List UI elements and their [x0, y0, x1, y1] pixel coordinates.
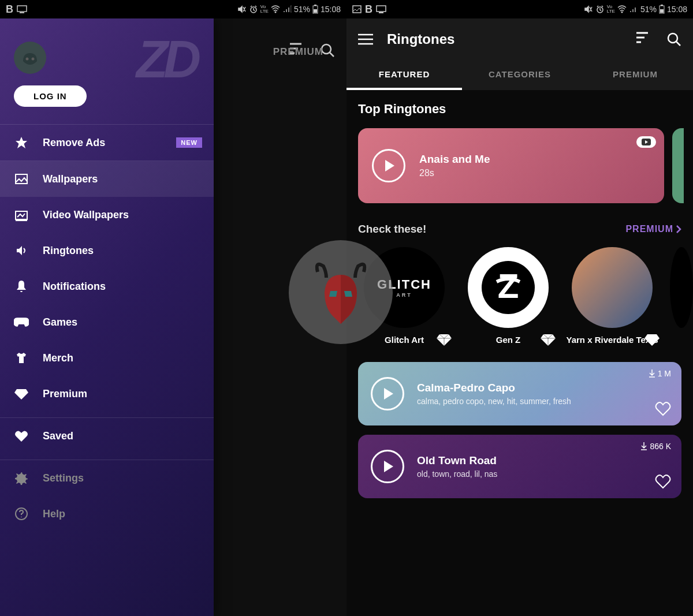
hamburger-icon[interactable] [358, 33, 373, 45]
content-scroll[interactable]: Top Ringtones Anais and Me 28s Check the… [346, 90, 693, 498]
battery-percent: 51% [294, 5, 310, 14]
battery-percent: 51% [640, 5, 657, 14]
drawer-item-saved[interactable]: Saved [0, 418, 214, 454]
play-button[interactable] [371, 377, 404, 410]
download-icon [649, 369, 655, 378]
clock: 15:08 [321, 5, 341, 14]
favorite-button[interactable] [655, 474, 671, 489]
ringtone-card[interactable]: Old Town Road old, town, road, lil, nas … [358, 435, 681, 498]
download-icon [640, 442, 647, 450]
section-top-ringtones: Top Ringtones [358, 102, 693, 117]
drawer-item-premium[interactable]: Premium [0, 376, 214, 412]
svg-rect-23 [660, 9, 664, 13]
chevron-right-icon [676, 225, 681, 234]
heart-icon [14, 428, 29, 443]
svg-point-3 [274, 12, 276, 13]
drawer-item-label: Help [43, 508, 65, 520]
avatar[interactable] [14, 42, 46, 74]
drawer-item-merch[interactable]: Merch [0, 340, 214, 376]
premium-collection[interactable] [670, 247, 693, 345]
drawer-item-label: Ringtones [43, 245, 94, 257]
favorite-button[interactable] [655, 401, 671, 416]
play-button[interactable] [372, 149, 405, 182]
drawer-item-label: Games [43, 316, 77, 328]
tabs: FEATURED CATEGORIES PREMIUM [346, 60, 693, 90]
svg-rect-18 [379, 12, 383, 13]
app-bar: Ringtones [346, 18, 693, 60]
volte-icon: Vo LTE [260, 5, 269, 14]
hero-card[interactable]: Anais and Me 28s [358, 128, 664, 203]
drawer-item-video-wallpapers[interactable]: Video Wallpapers [0, 197, 214, 233]
drawer-item-label: Remove Ads [43, 137, 105, 149]
drawer-item-help[interactable]: Help [0, 496, 214, 521]
gamepad-icon [14, 315, 29, 330]
premium-collection[interactable]: Yarn x Riverdale Texts [566, 247, 658, 345]
status-bar: B Vo LTE 51% 15:08 [346, 0, 693, 18]
ringtone-duration: 28s [419, 168, 490, 178]
download-count: 1 M [649, 369, 671, 378]
svg-text:Z: Z [498, 267, 519, 305]
diamond-icon [14, 386, 29, 401]
hero-card-peek[interactable] [672, 128, 684, 203]
svg-point-9 [32, 58, 35, 61]
drawer-item-notifications[interactable]: Notifications [0, 268, 214, 304]
watermark-logo [289, 240, 393, 344]
download-count: 866 K [640, 442, 671, 451]
display-icon [376, 5, 386, 13]
drawer-item-wallpapers[interactable]: Wallpapers [0, 161, 214, 197]
svg-rect-1 [20, 12, 24, 13]
premium-link[interactable]: PREMIUM [625, 224, 681, 234]
display-icon [17, 5, 27, 13]
premium-diamond-icon [644, 333, 660, 346]
drawer-item-remove-ads[interactable]: Remove Ads NEW [0, 125, 214, 160]
tab-premium-bg: PREMIUM [273, 46, 323, 58]
collection-thumb-peek [670, 247, 693, 328]
clock: 15:08 [667, 5, 687, 14]
bold-indicator-icon: B [6, 3, 13, 16]
tab-premium[interactable]: PREMIUM [578, 60, 693, 90]
search-icon[interactable] [666, 32, 681, 47]
svg-point-8 [26, 58, 29, 61]
screen-ringtones: B Vo LTE 51% 15:08 Ringtones FEATURED CA… [346, 0, 693, 616]
gear-icon [14, 471, 29, 486]
youtube-badge [636, 136, 656, 148]
svg-rect-22 [661, 5, 663, 6]
signal-icon [629, 5, 638, 13]
svg-point-13 [24, 320, 25, 322]
drawer-item-settings[interactable]: Settings [0, 460, 214, 496]
volte-icon: Vo LTE [607, 5, 615, 14]
mute-icon [237, 5, 247, 14]
play-button[interactable] [371, 450, 404, 483]
sort-icon[interactable] [636, 32, 653, 43]
tab-categories[interactable]: CATEGORIES [462, 60, 578, 90]
ringtone-tags: calma, pedro copo, new, hit, summer, fre… [417, 397, 669, 406]
play-icon [384, 461, 393, 472]
drawer-item-label: Wallpapers [43, 173, 98, 185]
tab-featured[interactable]: FEATURED [346, 60, 462, 90]
ringtone-title: Old Town Road [417, 454, 669, 467]
main-backdrop: PREMIUM ZD LOG IN Remove Ads NEW Wallpap… [0, 18, 346, 616]
svg-rect-0 [17, 6, 27, 12]
play-icon [384, 388, 393, 400]
alarm-icon [249, 5, 258, 14]
premium-collection[interactable]: Z Gen Z [462, 247, 554, 345]
drawer-item-ringtones[interactable]: Ringtones [0, 233, 214, 268]
svg-rect-6 [314, 9, 317, 13]
drawer-item-games[interactable]: Games [0, 304, 214, 340]
alarm-icon [595, 5, 605, 14]
login-button[interactable]: LOG IN [14, 85, 87, 107]
premium-diamond-icon [541, 333, 556, 346]
drawer-item-label: Merch [43, 352, 73, 364]
wifi-icon [271, 5, 280, 13]
ringtone-title: Calma-Pedro Capo [417, 382, 669, 394]
section-check-these: Check these! [358, 223, 426, 236]
collection-thumb: Z [468, 247, 549, 328]
ringtone-title: Anais and Me [419, 153, 490, 166]
bold-indicator-icon: B [365, 3, 372, 16]
ringtone-card[interactable]: Calma-Pedro Capo calma, pedro copo, new,… [358, 362, 681, 425]
shirt-icon [14, 350, 29, 365]
collection-thumb [572, 247, 653, 328]
svg-rect-17 [377, 6, 386, 12]
help-icon [14, 506, 29, 521]
sound-icon [14, 243, 29, 258]
